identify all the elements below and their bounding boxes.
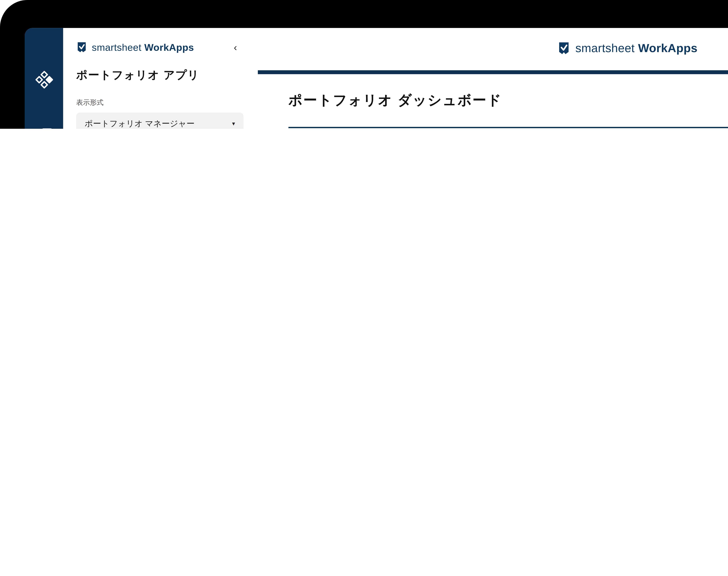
header-brand: smartsheet WorkApps bbox=[258, 41, 728, 55]
collapse-sidebar-icon[interactable]: ‹ bbox=[234, 42, 237, 52]
app-title: ポートフォリオ アプリ bbox=[76, 68, 243, 83]
workapps-grid-icon[interactable] bbox=[35, 71, 53, 91]
main-content: smartsheet WorkApps ポートフォリオ ダッシュボード プロジェ… bbox=[258, 28, 728, 129]
smartsheet-check-icon bbox=[557, 41, 570, 55]
left-rail: ? bbox=[25, 28, 63, 129]
title-rule bbox=[289, 127, 728, 128]
sidebar-logo-row: smartsheet WorkApps ‹ bbox=[76, 41, 243, 53]
chevron-down-icon: ▾ bbox=[232, 120, 235, 127]
sidebar-brand: smartsheet WorkApps bbox=[92, 41, 194, 53]
role-selector-value: ポートフォリオ マネージャー bbox=[85, 118, 194, 129]
screenshot-frame: ? smartsheet WorkApps ‹ ポートフォリオ アプリ 表示形式… bbox=[0, 0, 728, 129]
app-window: ? smartsheet WorkApps ‹ ポートフォリオ アプリ 表示形式… bbox=[25, 28, 728, 129]
smartsheet-check-icon bbox=[76, 41, 87, 53]
view-format-label: 表示形式 bbox=[76, 98, 243, 107]
template-gallery-icon[interactable] bbox=[35, 127, 53, 129]
sidebar: smartsheet WorkApps ‹ ポートフォリオ アプリ 表示形式 ポ… bbox=[63, 28, 258, 129]
role-selector-dropdown[interactable]: ポートフォリオ マネージャー ▾ bbox=[76, 113, 243, 129]
header-divider bbox=[258, 70, 728, 74]
page-title: ポートフォリオ ダッシュボード bbox=[289, 91, 502, 109]
